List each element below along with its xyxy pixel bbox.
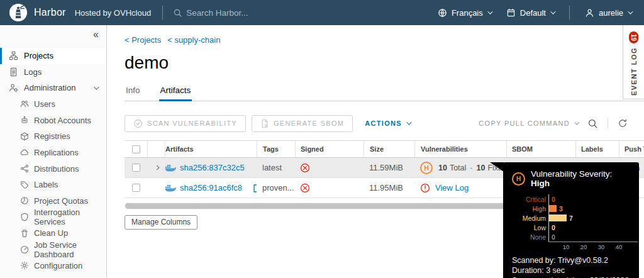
actions-menu-button[interactable]: ACTIONS	[365, 120, 410, 127]
sidebar-item-configuration[interactable]: Configuration	[0, 257, 106, 274]
toolbar: SCAN VULNERABILITY GENERATE SBOM ACTIONS…	[125, 114, 644, 132]
collapse-sidebar-button[interactable]: «	[93, 29, 99, 40]
tab-artifacts[interactable]: Artifacts	[159, 82, 192, 101]
search-icon	[587, 118, 598, 129]
breadcrumb-project-link[interactable]: < supply-chain	[167, 35, 220, 45]
sidebar-item-label: Clean Up	[34, 228, 68, 238]
quotas-icon	[20, 196, 29, 205]
expand-row-button[interactable]	[153, 165, 159, 170]
tab-info[interactable]: Info	[125, 82, 142, 101]
sidebar-item-projects[interactable]: Projects	[0, 48, 106, 64]
severity-value: 0	[552, 233, 555, 241]
not-signed-icon	[300, 163, 310, 173]
filter-search-button[interactable]	[587, 118, 598, 129]
sidebar-item-job-service-dashboard[interactable]: Job Service Dashboard	[0, 242, 106, 258]
docker-image-icon	[165, 184, 176, 192]
tooltip-title-prefix: Vulnerability Severity:	[531, 169, 612, 179]
severity-value: 3	[559, 205, 563, 213]
refresh-button[interactable]	[618, 118, 628, 128]
chevrons-left-icon: «	[93, 29, 99, 40]
button-label: ACTIONS	[365, 120, 402, 127]
vulnerability-tooltip: H Vulnerability Severity: High Critical0…	[503, 162, 639, 278]
sidebar-item-clean-up[interactable]: Clean Up	[0, 225, 106, 242]
select-all-checkbox[interactable]	[132, 145, 140, 153]
column-header-push-time: Push Time	[619, 141, 644, 157]
chart-x-axis: 10203040	[548, 242, 638, 251]
row-checkbox[interactable]	[132, 164, 140, 172]
chevron-down-icon	[94, 84, 99, 89]
users-icon	[20, 99, 29, 108]
generate-sbom-button[interactable]: GENERATE SBOM	[252, 115, 353, 132]
copy-pull-command-button[interactable]: COPY PULL COMMAND	[479, 120, 578, 127]
refresh-icon	[618, 118, 628, 128]
row-checkbox[interactable]	[132, 184, 140, 192]
sidebar-item-label: Labels	[34, 180, 58, 189]
chart-row: Critical0	[513, 194, 631, 204]
sidebar-item-administration[interactable]: Administration	[0, 80, 106, 96]
breadcrumb-projects-link[interactable]: < Projects	[125, 35, 161, 45]
severity-high-badge: H	[420, 162, 433, 174]
labels-icon	[20, 181, 29, 189]
app-title: Harbor	[34, 7, 66, 18]
column-header-artifacts: Artifacts	[165, 141, 257, 157]
logs-icon	[9, 67, 18, 77]
shield-icon	[20, 213, 29, 221]
error-icon	[420, 183, 430, 193]
app-header: Harbor Hosted by OVHcloud Français Defau…	[0, 0, 644, 25]
theme-selector[interactable]: Default	[506, 8, 554, 18]
divider	[608, 118, 608, 129]
view-log-link[interactable]: View Log	[435, 183, 469, 192]
dash: -	[470, 164, 472, 172]
sidebar-item-label: Users	[34, 99, 55, 109]
severity-value: 0	[552, 196, 555, 203]
button-label: SCAN VULNERABILITY	[147, 120, 237, 127]
severity-label: Low	[513, 224, 546, 231]
tooltip-severity: High	[531, 179, 550, 188]
chevron-down-icon	[550, 9, 555, 14]
severity-value: 0	[552, 224, 555, 231]
registries-icon	[20, 132, 29, 141]
sidebar-item-users[interactable]: Users	[0, 96, 106, 113]
severity-bar	[549, 205, 557, 212]
chevron-down-icon	[406, 120, 411, 125]
column-header-tags: Tags	[257, 141, 295, 157]
manage-columns-button[interactable]: Manage Columns	[125, 215, 197, 230]
user-menu[interactable]: aurelie	[585, 8, 631, 18]
shield-check-icon	[133, 119, 143, 128]
tooltip-title: Vulnerability Severity: High	[531, 169, 631, 188]
chevron-down-icon	[487, 9, 492, 14]
duration-text: Duration: 3 sec	[512, 265, 631, 275]
size-value: 11.95MiB	[364, 183, 414, 192]
sidebar-item-distributions[interactable]: Distributions	[0, 160, 106, 177]
document-icon	[260, 119, 269, 128]
divider	[569, 6, 570, 19]
scan-vulnerability-button[interactable]: SCAN VULNERABILITY	[125, 115, 246, 132]
trash-icon	[20, 229, 29, 238]
sidebar-item-label: Distributions	[34, 164, 79, 174]
artifact-digest-link[interactable]: sha256:91ac6fc8	[180, 183, 242, 192]
sidebar-item-label: Project Quotas	[34, 196, 88, 206]
size-value: 11.59MiB	[364, 163, 414, 172]
sidebar-item-label: Job Service Dashboard	[34, 240, 106, 259]
artifact-digest-link[interactable]: sha256:837c32c5	[180, 163, 245, 172]
sidebar-item-registries[interactable]: Registries	[0, 128, 106, 145]
gauge-icon	[20, 245, 29, 254]
search-input[interactable]	[186, 8, 312, 18]
search-icon	[173, 8, 182, 18]
sidebar-item-replications[interactable]: Replications	[0, 145, 106, 161]
replications-icon	[20, 148, 29, 157]
sidebar-item-label: Projects	[24, 51, 53, 60]
language-menu[interactable]: Français	[438, 8, 491, 18]
severity-label: Medium	[513, 214, 546, 222]
sidebar-item-labels[interactable]: Labels	[0, 177, 106, 193]
sidebar-item-robot-accounts[interactable]: Robot Accounts	[0, 112, 106, 128]
chart-row: Low0	[513, 223, 631, 232]
sidebar-item-project-quotas[interactable]: Project Quotas	[0, 193, 106, 209]
severity-high-icon: H	[512, 172, 525, 186]
sidebar-item-logs[interactable]: Logs	[0, 64, 106, 81]
button-label: GENERATE SBOM	[274, 120, 344, 127]
event-log-tab[interactable]: 19 EVENT LOG	[623, 25, 644, 99]
vuln-fixable-count: 10	[476, 164, 485, 172]
column-header-vulnerabilities: Vulnerabilities	[414, 141, 506, 157]
sidebar-item-interrogation-services[interactable]: Interrogation Services	[0, 209, 106, 225]
